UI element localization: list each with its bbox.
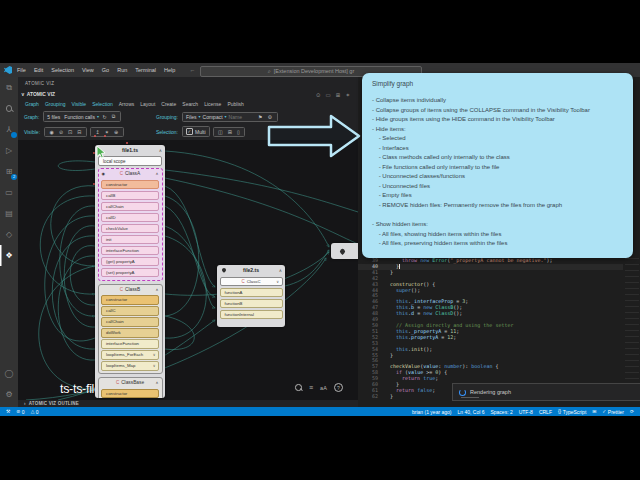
file1-header[interactable]: file1.ts ∧: [95, 145, 165, 155]
class-item[interactable]: loopItems_Map∨: [101, 361, 159, 371]
list-icon[interactable]: ≡: [309, 384, 313, 391]
statusbar-indentation[interactable]: Spaces: 2: [490, 409, 512, 415]
expand-icon[interactable]: ∨: [276, 279, 279, 284]
zoom-icon[interactable]: [295, 384, 302, 391]
visible-icon-2[interactable]: ⊡: [67, 129, 74, 135]
outline-section-header[interactable]: › ATOMIC VIZ OUTLINE: [18, 400, 364, 407]
class-item[interactable]: callChain: [101, 202, 159, 212]
class-group-classa[interactable]: ◉CClassA∧constructorcallBcallChaincallDc…: [98, 168, 163, 281]
selection-multi[interactable]: ✓Multi: [182, 126, 210, 137]
graph-node-file2[interactable]: file2.ts ∧ C ClassC ∨ functionAfunctionB…: [217, 265, 285, 327]
visible-icons-b[interactable]: ↥✶⊕: [90, 127, 124, 137]
function-item[interactable]: functionA: [220, 288, 283, 298]
statusbar-notifications[interactable]: ⟳: [630, 409, 634, 414]
visible-icon-3[interactable]: ⊟: [76, 129, 83, 135]
tab-arrows[interactable]: Arrows: [119, 101, 135, 107]
visible-icon-1[interactable]: ⊘: [57, 129, 64, 135]
selection-icon-2[interactable]: ▯: [235, 129, 241, 135]
class-item[interactable]: init: [101, 235, 159, 245]
collapse-icon[interactable]: ∧: [156, 171, 159, 176]
collapse-icon[interactable]: ∧: [159, 148, 162, 153]
menu-help[interactable]: Help: [164, 67, 175, 73]
collapse-icon[interactable]: ∧: [156, 380, 159, 385]
class-header-classbase[interactable]: CClassBase∧: [99, 378, 162, 387]
class-header-classb[interactable]: CClassB∧: [99, 285, 162, 294]
font-size-icon[interactable]: aA: [320, 385, 327, 391]
help-icon[interactable]: ?: [334, 383, 343, 392]
statusbar-encoding[interactable]: UTF-8: [519, 409, 533, 415]
grouping-controls[interactable]: Files▾Compact▾Name⚑⚙: [182, 112, 278, 122]
activity-item-explorer[interactable]: ⧉: [0, 77, 18, 98]
tab-license[interactable]: License: [204, 101, 221, 107]
panel-section-header[interactable]: ∨ ATOMIC VIZ ⊙▭⊞✶: [18, 89, 358, 98]
visible-icon-b1[interactable]: ✶: [103, 129, 110, 135]
class-group-classbase[interactable]: CClassBase∧constructor: [98, 377, 163, 398]
class-item[interactable]: callChain: [101, 317, 159, 327]
class-item[interactable]: checkValue: [101, 224, 159, 234]
activity-item-accounts[interactable]: ◯: [0, 363, 18, 384]
class-item[interactable]: interfaceFunction: [101, 246, 159, 256]
graph-files-control[interactable]: 5 files Function calls▾↻⧉: [43, 111, 120, 122]
layout-dropdown[interactable]: Compact: [203, 114, 223, 120]
menu-terminal[interactable]: Terminal: [135, 67, 156, 73]
tab-grouping[interactable]: Grouping: [45, 101, 66, 107]
class-item[interactable]: interfaceFunction: [101, 339, 159, 349]
graph-mode-dropdown[interactable]: Function calls: [64, 114, 95, 120]
tab-create[interactable]: Create: [161, 101, 176, 107]
class-group-classb[interactable]: CClassB∧constructorcallCcallChaindoWorki…: [98, 284, 163, 375]
tab-selection[interactable]: Selection: [92, 101, 113, 107]
multi-checkbox[interactable]: ✓: [186, 128, 193, 135]
selection-icon-0[interactable]: ◫: [217, 129, 225, 135]
menu-edit[interactable]: Edit: [34, 67, 43, 73]
tab-search[interactable]: Search: [182, 101, 198, 107]
function-item[interactable]: functionB: [220, 299, 283, 309]
menu-selection[interactable]: Selection: [51, 67, 74, 73]
class-item[interactable]: doWork: [101, 328, 159, 338]
class-header-classa[interactable]: ◉CClassA∧: [99, 169, 162, 178]
local-scope-item[interactable]: local scope: [98, 156, 162, 166]
class-item[interactable]: constructor: [101, 389, 159, 399]
file2-header[interactable]: file2.ts ∧: [217, 265, 285, 275]
function-item[interactable]: functionInternal: [220, 310, 283, 320]
class-item[interactable]: constructor: [101, 295, 159, 305]
class-item[interactable]: (set) propertyA: [101, 268, 159, 278]
group-by-dropdown[interactable]: Files: [186, 114, 197, 120]
collapse-icon[interactable]: ∧: [279, 268, 282, 273]
class-item[interactable]: callC: [101, 306, 159, 316]
graph-canvas[interactable]: ts-ts-files-includ file1.ts ∧ local scop…: [18, 140, 358, 400]
visible-icon-b0[interactable]: ↥: [94, 129, 101, 135]
activity-item-search[interactable]: [0, 98, 18, 119]
class-item[interactable]: callB: [101, 191, 159, 201]
class-item[interactable]: constructor: [101, 180, 159, 190]
menu-go[interactable]: Go: [102, 67, 109, 73]
visible-icon-b2[interactable]: ⊕: [112, 129, 119, 135]
selection-icons[interactable]: ◫⊞▯: [213, 127, 246, 137]
visible-icons-a[interactable]: ◉⊘⊡⊟: [44, 127, 87, 137]
tab-layout[interactable]: Layout: [140, 101, 155, 107]
collapsed-class-classc[interactable]: C ClassC ∨: [220, 277, 283, 287]
statusbar-errors-count[interactable]: ⊘0: [16, 409, 24, 415]
code-area[interactable]: 39 throw new Error("_propertyA cannot be…: [358, 258, 623, 400]
activity-item-settings[interactable]: ⚙: [0, 384, 18, 405]
activity-item-workspace[interactable]: ▤: [0, 203, 18, 224]
statusbar-git-blame[interactable]: brian (1 year ago): [412, 409, 451, 415]
refresh-icon[interactable]: ↻: [101, 114, 108, 120]
class-item[interactable]: callD: [101, 213, 159, 223]
menu-view[interactable]: View: [82, 67, 94, 73]
section-icon-2[interactable]: ⊞: [336, 92, 341, 98]
statusbar-eol[interactable]: CRLF: [539, 409, 552, 415]
section-icon-1[interactable]: ▭: [326, 92, 331, 98]
tab-graph[interactable]: Graph: [25, 101, 39, 107]
activity-item-remote-explorer[interactable]: ▭: [0, 182, 18, 203]
visible-icon-0[interactable]: ◉: [48, 129, 55, 135]
graph-node-file1[interactable]: file1.ts ∧ local scope ◉CClassA∧construc…: [95, 145, 165, 398]
statusbar-prettier-status[interactable]: ✓Prettier: [602, 409, 624, 415]
class-item[interactable]: (get) propertyA: [101, 257, 159, 267]
minimap[interactable]: [625, 258, 639, 400]
activity-item-extensions[interactable]: ⊞2: [0, 161, 18, 182]
activity-item-atomic-viz[interactable]: ❖: [0, 245, 18, 266]
graph-node-pinned[interactable]: [331, 243, 358, 259]
eye-icon[interactable]: ◉: [102, 171, 106, 176]
statusbar-extension-status[interactable]: ⊞: [592, 409, 596, 414]
back-arrow-icon[interactable]: ←: [189, 67, 195, 73]
